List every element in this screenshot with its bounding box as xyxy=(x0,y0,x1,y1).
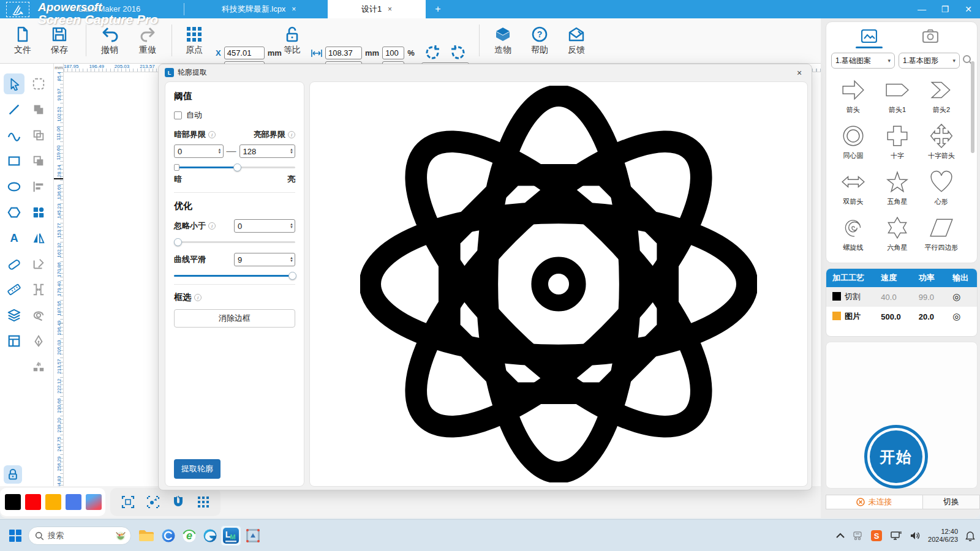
dialog-titlebar[interactable]: L 轮廓提取 xyxy=(165,67,207,78)
clear-border-button[interactable]: 消除边框 xyxy=(174,309,295,328)
ignore-info-icon[interactable]: i xyxy=(208,222,216,230)
save-button[interactable]: 保存 xyxy=(42,23,77,59)
spinner-arrows-icon[interactable]: ▲▼ xyxy=(290,148,293,154)
tab-design1-close-icon[interactable]: × xyxy=(388,5,392,13)
proportional-lock-button[interactable]: 等比 xyxy=(274,23,310,59)
copilot-button[interactable] xyxy=(158,525,179,546)
extract-contour-button[interactable]: 提取轮廓 xyxy=(174,459,221,479)
union-tool[interactable] xyxy=(28,99,49,120)
file-explorer-button[interactable] xyxy=(136,525,157,546)
shape-item-arrow1[interactable]: 箭头1 xyxy=(875,75,919,121)
lock-canvas-tool[interactable] xyxy=(4,465,22,484)
shape-item-star6[interactable]: 六角星 xyxy=(875,212,919,258)
dark-limit-spinner[interactable]: 0▲▼ xyxy=(174,144,224,158)
shape-item-concentric[interactable]: 同心圆 xyxy=(831,121,875,167)
auto-checkbox[interactable] xyxy=(174,111,182,119)
lasermaker-taskbar-button[interactable]: LM xyxy=(221,525,241,546)
screen-capture-button[interactable] xyxy=(243,525,263,546)
ellipse-tool[interactable] xyxy=(4,176,24,197)
shape-item-cross[interactable]: 十字 xyxy=(875,121,919,167)
tab-shapes[interactable] xyxy=(857,27,881,45)
x-position-input[interactable]: 457.01 xyxy=(224,47,265,59)
undo-button[interactable]: 撤销 xyxy=(92,23,127,59)
shape-item-star5[interactable]: 五角星 xyxy=(875,167,919,212)
polygon-tool[interactable] xyxy=(4,202,24,223)
color-swatch-blue[interactable] xyxy=(66,494,81,510)
shape-item-parallelogram[interactable]: 平行四边形 xyxy=(919,212,963,258)
power-value[interactable]: 20.0 xyxy=(916,312,951,321)
taskbar-clock[interactable]: 12:40 2024/6/23 xyxy=(928,528,958,544)
ignore-spinner[interactable]: 0▲▼ xyxy=(234,219,295,233)
connection-status[interactable]: 未连接 xyxy=(826,495,922,509)
color-swatch-gradient[interactable] xyxy=(86,494,102,510)
speed-value[interactable]: 40.0 xyxy=(878,293,916,302)
subtract-tool[interactable] xyxy=(28,151,49,171)
ignore-slider[interactable] xyxy=(174,241,295,243)
measure-angle-tool[interactable] xyxy=(28,253,49,274)
width-input[interactable]: 108.37 xyxy=(325,47,362,59)
smooth-slider-handle[interactable] xyxy=(288,272,296,280)
dark-limit-info-icon[interactable]: i xyxy=(208,131,216,138)
shape-item-spiral[interactable]: 螺旋线 xyxy=(831,212,875,258)
process-row-cut[interactable]: 切割 40.0 99.0 ◎ xyxy=(826,287,977,307)
rectangle-tool[interactable] xyxy=(4,151,24,171)
tab-design1[interactable]: 设计1 × xyxy=(328,0,426,18)
restore-button[interactable]: ❐ xyxy=(933,0,957,18)
tab-document-close-icon[interactable]: × xyxy=(292,5,296,13)
layer-color-chip[interactable] xyxy=(832,292,841,301)
spinner-arrows-icon[interactable]: ▲▼ xyxy=(290,257,293,263)
layer-color-chip[interactable] xyxy=(832,312,841,320)
speed-value[interactable]: 500.0 xyxy=(878,312,916,321)
fit-frame-icon[interactable] xyxy=(121,495,135,509)
spinner-arrows-icon[interactable]: ▲▼ xyxy=(218,148,222,154)
sogou-input-icon[interactable]: S xyxy=(870,530,883,542)
browser-360-button[interactable]: e xyxy=(179,525,200,546)
marquee-select-tool[interactable] xyxy=(28,73,49,94)
curve-tool[interactable] xyxy=(4,125,24,146)
eraser-tool[interactable] xyxy=(4,253,24,274)
width-percent-input[interactable]: 100 xyxy=(382,47,404,59)
redo-button[interactable]: 重做 xyxy=(130,23,165,59)
layers-tool[interactable] xyxy=(4,305,24,326)
bright-slider-handle[interactable] xyxy=(233,163,241,171)
stamp-tool[interactable] xyxy=(28,305,49,326)
minimize-button[interactable]: — xyxy=(910,0,933,18)
fit-selection-icon[interactable] xyxy=(146,495,160,509)
close-button[interactable]: ✕ xyxy=(957,0,980,18)
start-button[interactable]: 开始 xyxy=(864,425,928,489)
network-icon[interactable] xyxy=(890,531,902,541)
color-swatch-black[interactable] xyxy=(5,494,21,510)
color-swatch-red[interactable] xyxy=(25,494,41,510)
volume-icon[interactable] xyxy=(910,531,921,541)
create-button[interactable]: 造物 xyxy=(485,23,521,59)
shape-item-cross-arrow[interactable]: 十字箭头 xyxy=(919,121,963,167)
tab-camera[interactable] xyxy=(918,27,943,45)
category-dropdown[interactable]: 1.基础图案 ▾ xyxy=(831,53,895,69)
ignore-slider-handle[interactable] xyxy=(174,238,182,246)
box-select-info-icon[interactable]: i xyxy=(194,294,202,301)
shape-item-arrow2[interactable]: 箭头2 xyxy=(919,75,963,121)
shape-item-arrow[interactable]: 箭头 xyxy=(831,75,875,121)
distribute-tool[interactable] xyxy=(28,279,49,300)
break-apart-tool[interactable] xyxy=(28,356,49,377)
shape-item-heart[interactable]: 心形 xyxy=(919,167,963,212)
help-button[interactable]: ? 帮助 xyxy=(522,23,557,59)
taskbar-search[interactable]: 搜索 xyxy=(28,527,131,545)
line-tool[interactable] xyxy=(4,99,24,120)
edge-button[interactable] xyxy=(200,525,221,546)
rotate-ccw-icon[interactable] xyxy=(424,44,441,61)
image-preview-panel[interactable] xyxy=(309,81,808,487)
mirror-tool[interactable] xyxy=(28,228,49,249)
align-tool[interactable] xyxy=(28,176,49,197)
smooth-slider[interactable] xyxy=(174,275,295,277)
shape-scrollbar[interactable] xyxy=(971,61,974,153)
output-visibility-toggle[interactable]: ◎ xyxy=(950,291,977,302)
spinner-arrows-icon[interactable]: ▲▼ xyxy=(290,223,293,229)
bright-limit-info-icon[interactable]: i xyxy=(288,131,295,138)
power-value[interactable]: 99.0 xyxy=(916,293,951,302)
threshold-slider[interactable] xyxy=(174,167,295,168)
switch-device-button[interactable]: 切换 xyxy=(922,495,979,509)
output-visibility-toggle[interactable]: ◎ xyxy=(950,311,977,322)
new-tab-button[interactable]: + xyxy=(429,0,447,18)
rotate-cw-icon[interactable] xyxy=(450,44,467,61)
